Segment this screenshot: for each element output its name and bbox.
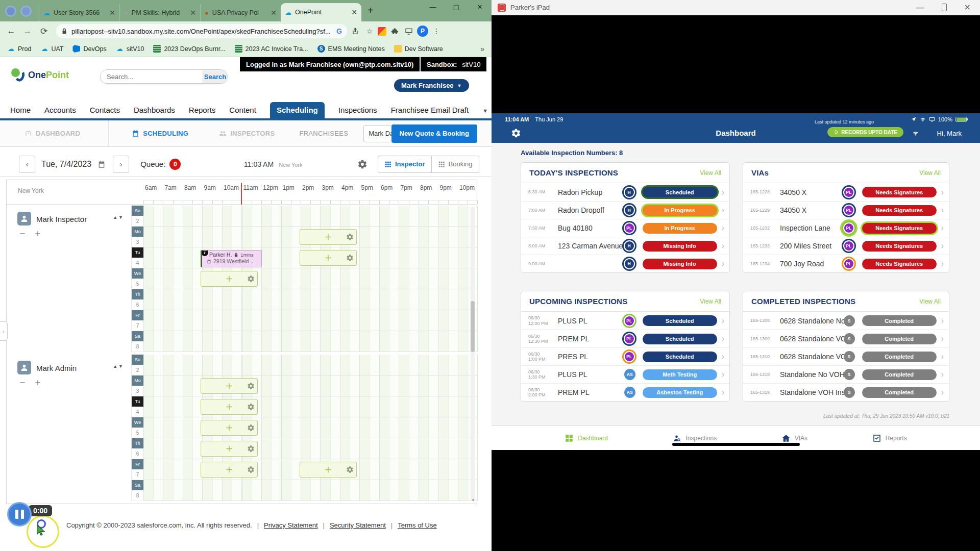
slot-gear-icon[interactable] xyxy=(346,233,354,241)
view-all-link[interactable]: View All xyxy=(919,298,941,305)
add-booking-icon[interactable] xyxy=(225,403,234,411)
tab-dashboard[interactable]: Dashboard xyxy=(565,434,608,443)
day-abbr-su[interactable]: Su xyxy=(132,355,143,365)
inspector-view-toggle[interactable]: Inspector xyxy=(378,156,432,173)
slot-gear-icon[interactable] xyxy=(346,466,354,473)
view-all-link[interactable]: View All xyxy=(700,298,721,305)
add-booking-icon[interactable] xyxy=(225,274,234,283)
bookmark-devops[interactable]: DevOps xyxy=(72,45,106,53)
chevron-right-icon[interactable]: › xyxy=(722,223,724,233)
inspection-row[interactable]: 06/3012:00 PMPLUS PLPLScheduled› xyxy=(521,312,729,330)
chevron-right-icon[interactable]: › xyxy=(722,259,724,268)
menu-kebab-icon[interactable]: ⋮ xyxy=(430,27,443,35)
close-tab-icon[interactable]: ✕ xyxy=(351,8,357,16)
close-tab-icon[interactable]: ✕ xyxy=(190,9,196,17)
inspection-row[interactable]: 165-1232Inspection LanePLNeeds Signature… xyxy=(743,219,949,237)
inspection-row[interactable]: 06/301:00 PMPRES PLPLScheduled› xyxy=(521,347,729,365)
chevron-right-icon[interactable]: › xyxy=(941,241,944,251)
panel-collapse-handle[interactable]: › xyxy=(0,321,8,341)
inspection-row[interactable]: 165-13090628 Standalone VOH - SMSComplet… xyxy=(743,330,949,347)
collapse-minus-icon[interactable] xyxy=(19,379,26,386)
expand-plus-icon[interactable] xyxy=(34,230,41,237)
scheduler-settings-gear-icon[interactable] xyxy=(357,159,368,169)
inspection-row[interactable]: 165-122834050 XPLNeeds Signatures› xyxy=(743,183,949,201)
nav-franchisee-email-draft[interactable]: Franchisee Email Draft xyxy=(391,106,469,118)
sort-arrows-icon[interactable]: ▲▼ xyxy=(113,215,124,220)
chevron-right-icon[interactable]: › xyxy=(941,259,944,268)
chevron-right-icon[interactable]: › xyxy=(722,334,724,343)
chevron-right-icon[interactable]: › xyxy=(941,223,944,233)
queue-count-badge[interactable]: 0 xyxy=(169,159,181,170)
open-slot[interactable] xyxy=(201,271,258,287)
day-abbr-th[interactable]: Th xyxy=(132,438,143,448)
pinned-extension-icon[interactable] xyxy=(5,6,16,17)
day-abbr-su[interactable]: Su xyxy=(132,206,143,216)
forward-button[interactable]: → xyxy=(20,26,35,36)
scrollbar[interactable] xyxy=(471,207,475,500)
day-abbr-tu[interactable]: Tu xyxy=(132,247,143,258)
day-abbr-sa[interactable]: Sa xyxy=(132,480,143,490)
calendar-grid[interactable]: Parker H. 1mins 2919 Westfield ... xyxy=(143,206,478,352)
extension-icon[interactable] xyxy=(378,27,386,36)
day-abbr-we[interactable]: We xyxy=(132,268,143,279)
google-icon[interactable]: G xyxy=(336,27,342,35)
slot-gear-icon[interactable] xyxy=(247,466,255,473)
scheduled-event[interactable]: Parker H. 1mins 2919 Westfield ... xyxy=(201,250,262,267)
bookmark-prod[interactable]: ☁Prod xyxy=(7,45,31,53)
subnav-scheduling[interactable]: SCHEDULING xyxy=(132,130,188,137)
inspection-row[interactable]: 06/301:30 PMPLUS PLASMeth Testing› xyxy=(521,365,729,383)
view-all-link[interactable]: View All xyxy=(700,169,721,177)
extensions-puzzle-icon[interactable] xyxy=(388,27,401,35)
open-slot[interactable] xyxy=(300,462,357,478)
scroll-down-icon[interactable]: ▼ xyxy=(471,498,475,503)
calendar-grid[interactable] xyxy=(143,355,478,501)
nav-dashboards[interactable]: Dashboards xyxy=(134,106,175,118)
new-tab-button[interactable]: + xyxy=(368,5,374,16)
pinned-extension-icon[interactable] xyxy=(20,6,32,17)
privacy-statement-link[interactable]: Privacy Statement xyxy=(264,521,318,529)
slot-gear-icon[interactable] xyxy=(247,382,255,390)
day-abbr-mo[interactable]: Mo xyxy=(132,375,143,386)
chevron-right-icon[interactable]: › xyxy=(941,370,944,379)
inspection-row[interactable]: 8:00 AM123 Carman AvenueHMissing Info› xyxy=(521,237,729,255)
bookmark-2023-ac-invoice-tra-[interactable]: 2023 AC Invoice Tra... xyxy=(235,45,308,53)
profile-avatar[interactable]: P xyxy=(417,26,428,37)
day-abbr-mo[interactable]: Mo xyxy=(132,227,143,237)
chevron-right-icon[interactable]: › xyxy=(941,334,944,343)
day-abbr-we[interactable]: We xyxy=(132,417,143,428)
subnav-franchisees[interactable]: FRANCHISEES xyxy=(299,130,348,137)
browser-tab[interactable]: ☁OnePoint✕ xyxy=(281,3,361,21)
day-abbr-sa[interactable]: Sa xyxy=(132,331,143,341)
nav-overflow-icon[interactable]: ▼ xyxy=(482,108,488,118)
view-all-link[interactable]: View All xyxy=(919,169,941,177)
new-quote-booking-button[interactable]: New Quote & Booking xyxy=(391,124,478,143)
subnav-inspectors[interactable]: INSPECTORS xyxy=(219,130,275,137)
maximize-button[interactable]: ▢ xyxy=(445,0,468,15)
add-booking-icon[interactable] xyxy=(225,444,234,453)
add-booking-icon[interactable] xyxy=(324,465,333,474)
sort-arrows-icon[interactable]: ▲▼ xyxy=(113,364,124,369)
open-slot[interactable] xyxy=(201,441,258,457)
day-abbr-fr[interactable]: Fr xyxy=(132,310,143,320)
open-slot[interactable] xyxy=(201,420,258,436)
bookmark-2023-devops-burnr-[interactable]: 2023 DevOps Burnr... xyxy=(153,45,225,53)
chevron-right-icon[interactable]: › xyxy=(941,388,944,397)
open-slot[interactable] xyxy=(201,378,258,394)
inspection-row[interactable]: 165-1234700 Joy RoadPLNeeds Signatures› xyxy=(743,255,949,272)
records-upto-date-button[interactable]: RECORDS UPTO DATE xyxy=(827,127,903,137)
search-input[interactable] xyxy=(101,70,203,83)
recorder-pause-button[interactable] xyxy=(7,502,32,527)
chevron-right-icon[interactable]: › xyxy=(941,188,944,197)
open-slot[interactable] xyxy=(300,250,357,266)
bookmark-uat[interactable]: ☁UAT xyxy=(40,45,63,53)
inspection-row[interactable]: 165-122934050 XPLNeeds Signatures› xyxy=(743,201,949,219)
slot-gear-icon[interactable] xyxy=(247,275,255,283)
inspection-row[interactable]: 7:00 AMRadon DropoffHIn Progress› xyxy=(521,201,729,219)
close-tab-icon[interactable]: ✕ xyxy=(109,9,115,17)
minimize-button[interactable]: — xyxy=(421,0,445,15)
nav-scheduling[interactable]: Scheduling xyxy=(270,102,325,118)
nav-inspections[interactable]: Inspections xyxy=(338,106,377,118)
add-booking-icon[interactable] xyxy=(324,233,333,241)
inspection-row[interactable]: 165-13100628 Standalone VOH+FP - SMSComp… xyxy=(743,347,949,365)
inspection-row[interactable]: 06/302:00 PMPREM PLASAsbestos Testing› xyxy=(521,383,729,401)
